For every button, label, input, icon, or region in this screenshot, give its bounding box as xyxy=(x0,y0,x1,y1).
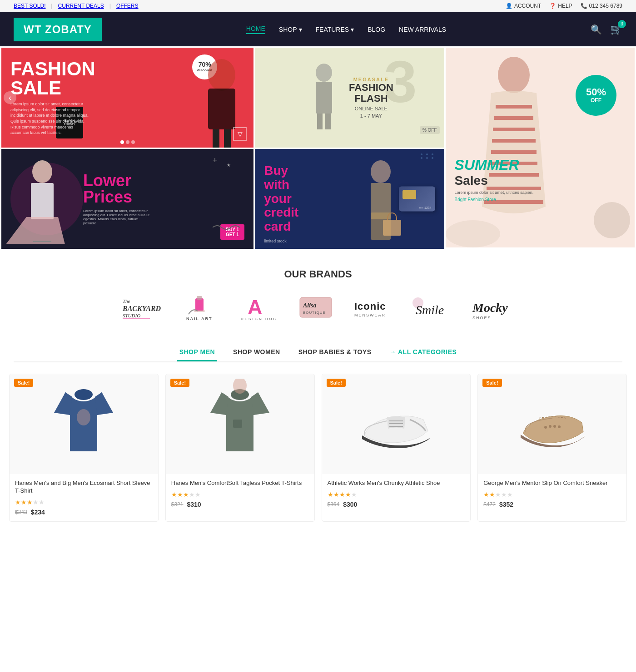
offers-link[interactable]: OFFERS xyxy=(116,3,139,9)
smile-logo: Smile xyxy=(411,294,452,321)
decoration-wave xyxy=(213,224,240,231)
tshirt-blue-svg xyxy=(47,379,120,469)
alisa-logo: Alisa BOUTIQUE xyxy=(298,294,334,321)
svg-rect-14 xyxy=(383,220,401,236)
phone-link[interactable]: 📞 012 345 6789 xyxy=(581,3,622,9)
nail-art-logo: NAIL ART xyxy=(184,294,220,321)
price-row-3: $364 $300 xyxy=(328,501,465,508)
new-price-4: $352 xyxy=(499,501,513,508)
dot-1[interactable] xyxy=(120,140,124,144)
summer-banner[interactable]: 50% OFF SUMMER Sales Lorem ipsum dolor s… xyxy=(446,48,635,247)
nav-features[interactable]: FEATURES ▾ xyxy=(316,26,354,33)
off-badge: % OFF xyxy=(420,126,440,134)
svg-rect-2 xyxy=(213,129,219,148)
brand-mocky[interactable]: Mocky SHOES xyxy=(470,294,516,321)
summer-text: SUMMER Sales Lorem ipsum dolor sit amet,… xyxy=(455,157,626,202)
top-bar-left: BEST SOLD! | CURRENT DEALS | OFFERS xyxy=(14,3,139,9)
brand-design-hub[interactable]: A DESIGN HUB xyxy=(238,294,279,321)
svg-rect-1 xyxy=(208,89,235,129)
discount-circle: 50% OFF xyxy=(576,75,616,116)
main-nav: HOME SHOP ▾ FEATURES ▾ BLOG NEW ARRIVALS xyxy=(246,25,446,34)
svg-point-35 xyxy=(77,409,90,425)
brand-alisa[interactable]: Alisa BOUTIQUE xyxy=(298,294,334,321)
tab-shop-babies[interactable]: SHOP BABIES & TOYS xyxy=(296,344,374,361)
tab-all-categories[interactable]: → ALL CATEGORIES xyxy=(388,344,459,361)
logo[interactable]: WT ZOBATY xyxy=(14,18,102,41)
scroll-down-arrow[interactable]: ▽ xyxy=(233,127,247,141)
shop-tabs: SHOP MEN SHOP WOMEN SHOP BABIES & TOYS →… xyxy=(14,344,622,362)
svg-text:Smile: Smile xyxy=(416,303,444,317)
megasale-date: 1 - 7 MAY xyxy=(349,113,393,119)
products-section: Sale! Hanes Men's and Big Men's Ecosmart… xyxy=(0,374,636,535)
account-link[interactable]: 👤 ACCOUNT xyxy=(506,3,541,9)
product-image-2 xyxy=(166,374,314,474)
svg-rect-6 xyxy=(317,114,323,129)
price-row-2: $321 $310 xyxy=(171,501,309,508)
svg-text:Mocky: Mocky xyxy=(472,301,508,315)
tab-shop-women[interactable]: SHOP WOMEN xyxy=(231,344,283,361)
svg-text:DESIGN HUB: DESIGN HUB xyxy=(241,317,277,321)
chevron-down-icon: ▾ xyxy=(351,26,354,33)
fashion-sale-banner[interactable]: FASHIONSALE Lorem ipsum dolor sit amet, … xyxy=(1,48,253,148)
current-deals-link[interactable]: CURRENT DEALS xyxy=(58,3,104,9)
new-price-1: $234 xyxy=(31,509,45,516)
svg-text:Alisa: Alisa xyxy=(303,302,317,309)
svg-point-0 xyxy=(208,59,235,91)
old-price-2: $321 xyxy=(171,501,184,508)
bright-fashion-link[interactable]: Bright Fashion Store xyxy=(455,197,626,202)
svg-rect-37 xyxy=(233,420,242,428)
megasale-banner[interactable]: 3 MEGASALE FASHIONFLASH ONLINE SALE 1 - … xyxy=(255,48,444,148)
help-link[interactable]: ❓ HELP xyxy=(549,3,572,9)
credit-card-banner[interactable]: Buywithyourcreditcard •••• 1234 limited … xyxy=(255,149,444,249)
dot-3[interactable] xyxy=(131,140,135,144)
price-row-1: $243 $234 xyxy=(15,509,153,516)
product-card-4[interactable]: Sale! Geor xyxy=(477,374,627,522)
nav-shop[interactable]: SHOP ▾ xyxy=(279,26,302,33)
brand-smile[interactable]: Smile xyxy=(411,294,452,321)
svg-text:SHOES: SHOES xyxy=(472,316,492,320)
decoration-line xyxy=(33,241,51,242)
brands-title: OUR BRANDS xyxy=(14,268,622,280)
brands-row: The BACKYARD STUDIO NAIL ART A xyxy=(14,294,622,321)
svg-rect-19 xyxy=(195,298,204,311)
new-price-2: $310 xyxy=(187,501,201,508)
old-price-1: $243 xyxy=(15,509,27,515)
banner-grid: FASHIONSALE Lorem ipsum dolor sit amet, … xyxy=(1,48,635,249)
new-price-3: $300 xyxy=(343,501,357,508)
sale-badge-2: Sale! xyxy=(170,379,189,387)
dot-2[interactable] xyxy=(126,140,129,144)
decoration-plus: + xyxy=(213,156,218,165)
backyard-logo: The BACKYARD STUDIO xyxy=(120,294,166,321)
search-icon[interactable]: 🔍 xyxy=(591,24,602,35)
price-row-4: $472 $352 xyxy=(483,501,621,508)
summer-sales: Sales xyxy=(455,173,626,188)
brand-iconic[interactable]: Iconic MENSWEAR xyxy=(352,294,393,321)
nav-home[interactable]: HOME xyxy=(246,25,265,34)
nav-blog[interactable]: BLOG xyxy=(368,26,385,33)
nav-new-arrivals[interactable]: NEW ARRIVALS xyxy=(399,26,446,33)
tab-shop-men[interactable]: SHOP MEN xyxy=(177,344,217,361)
product-info-3: Athletic Works Men's Chunky Athletic Sho… xyxy=(322,474,471,514)
svg-rect-7 xyxy=(325,114,331,129)
product-card-3[interactable]: Sale! xyxy=(322,374,471,522)
design-hub-logo: A DESIGN HUB xyxy=(238,294,279,321)
svg-point-45 xyxy=(558,425,561,428)
brand-nail-art[interactable]: NAIL ART xyxy=(184,294,220,321)
cart-icon[interactable]: 🛒 3 xyxy=(610,24,622,35)
chevron-down-icon: ▾ xyxy=(299,26,302,33)
fashion-sale-text: FASHIONSALE Lorem ipsum dolor sit amet, … xyxy=(10,59,95,136)
sale-badge-3: Sale! xyxy=(327,379,346,387)
top-bar-right: 👤 ACCOUNT ❓ HELP 📞 012 345 6789 xyxy=(506,3,622,9)
svg-rect-18 xyxy=(123,318,150,319)
svg-text:A: A xyxy=(248,296,263,319)
svg-point-34 xyxy=(75,389,93,400)
product-card-1[interactable]: Sale! Hanes Men's and Big Men's Ecosmart… xyxy=(9,374,159,522)
product-stars-4: ★★★★★ xyxy=(483,491,621,498)
credit-card-title: Buywithyourcreditcard xyxy=(264,164,298,234)
lower-prices-banner[interactable]: LowerPrices Lorem ipsum dolor sit amet, … xyxy=(1,149,253,249)
best-sold-link[interactable]: BEST SOLD! xyxy=(14,3,45,9)
svg-text:NAIL ART: NAIL ART xyxy=(186,316,213,321)
old-price-4: $472 xyxy=(483,501,496,508)
brand-backyard[interactable]: The BACKYARD STUDIO xyxy=(120,294,166,321)
product-card-2[interactable]: Sale! Hanes Men's ComfortSoft Tagless Po… xyxy=(165,374,315,522)
